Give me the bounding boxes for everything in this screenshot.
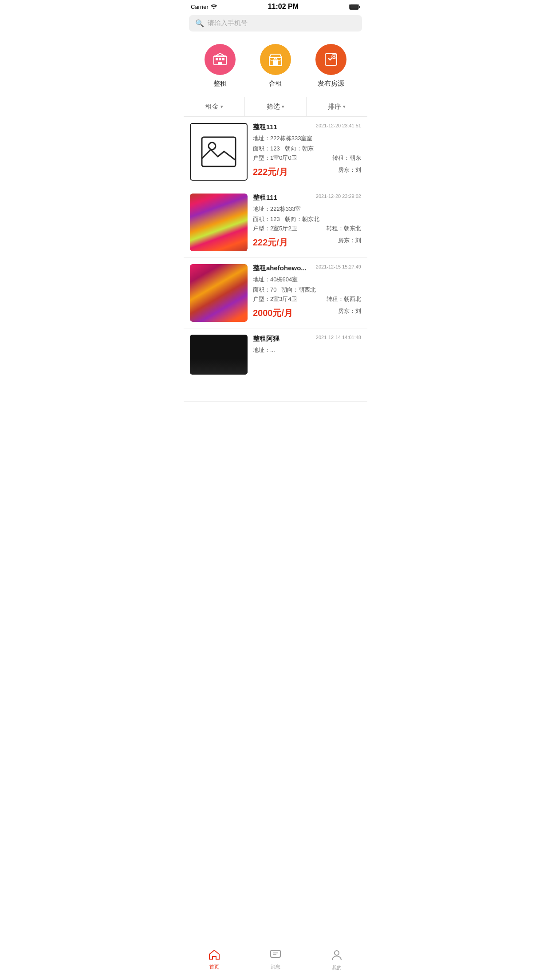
listing-layout-1: 户型：1室0厅0卫 <box>253 154 297 162</box>
listing-price-row-3: 2000元/月 房东：刘 <box>253 304 361 319</box>
listing-item[interactable]: 整租ahefohewo... 2021-12-15 15:27:49 地址：40… <box>184 258 367 328</box>
listing-list: 整租111 2021-12-20 23:41:51 地址：222栋栋333室室 … <box>184 117 367 402</box>
search-placeholder: 请输入手机号 <box>208 19 248 28</box>
zhengzu-icon-circle <box>205 44 236 75</box>
listing-owner-3: 房东：刘 <box>338 307 361 319</box>
svg-rect-9 <box>213 56 227 57</box>
listing-address-2: 地址：222栋333室 <box>253 205 361 213</box>
listing-area-2: 面积：123 朝向：朝东北 <box>253 215 361 224</box>
chevron-rent: ▾ <box>220 104 223 110</box>
status-time: 11:02 PM <box>268 3 299 11</box>
chevron-sort: ▾ <box>343 104 346 110</box>
listing-title-2: 整租111 <box>253 194 277 202</box>
shop-icon <box>268 51 283 67</box>
filter-rent-label: 租金 <box>205 103 219 111</box>
listing-layout-3: 户型：2室3厅4卫 <box>253 295 297 303</box>
listing-date-3: 2021-12-15 15:27:49 <box>316 264 361 269</box>
listing-item[interactable]: 整租111 2021-12-20 23:29:02 地址：222栋333室 面积… <box>184 187 367 258</box>
action-fabu[interactable]: 发布房源 <box>315 44 346 88</box>
listing-layout-row-2: 户型：2室5厅2卫 转租：朝东北 <box>253 225 361 233</box>
listing-date-4: 2021-12-14 14:01:48 <box>316 335 361 340</box>
publish-icon <box>323 51 339 67</box>
filter-sort[interactable]: 排序 ▾ <box>307 97 367 116</box>
listing-address-3: 地址：40栋604室 <box>253 275 361 284</box>
listing-info-3: 整租ahefohewo... 2021-12-15 15:27:49 地址：40… <box>253 264 361 322</box>
wifi-icon <box>210 4 217 9</box>
listing-title-row-3: 整租ahefohewo... 2021-12-15 15:27:49 <box>253 264 361 273</box>
svg-rect-7 <box>222 58 224 60</box>
listing-title-row-4: 整租阿狸 2021-12-14 14:01:48 <box>253 335 361 343</box>
listing-date-1: 2021-12-20 23:41:51 <box>316 123 361 128</box>
svg-rect-8 <box>218 62 222 65</box>
listing-sublet-1: 转租：朝东 <box>332 154 361 162</box>
battery-icon <box>349 4 360 10</box>
carrier-label: Carrier <box>191 4 209 10</box>
zhengzu-label: 整租 <box>213 79 227 88</box>
filter-bar: 租金 ▾ 筛选 ▾ 排序 ▾ <box>184 97 367 117</box>
listing-item[interactable]: 整租阿狸 2021-12-14 14:01:48 地址：... <box>184 328 367 402</box>
listing-price-row-1: 222元/月 房东：刘 <box>253 163 361 178</box>
hezu-icon-circle <box>260 44 291 75</box>
listing-title-3: 整租ahefohewo... <box>253 264 307 273</box>
listing-title-row-2: 整租111 2021-12-20 23:29:02 <box>253 194 361 202</box>
quick-actions: 整租 合租 发布房源 <box>184 37 367 97</box>
listing-price-1: 222元/月 <box>253 166 288 178</box>
fabu-icon-circle <box>315 44 346 75</box>
fabu-label: 发布房源 <box>318 79 344 88</box>
hezu-label: 合租 <box>269 79 282 88</box>
listing-title-row-1: 整租111 2021-12-20 23:41:51 <box>253 123 361 131</box>
listing-layout-2: 户型：2室5厅2卫 <box>253 225 297 233</box>
listing-sublet-3: 转租：朝西北 <box>327 295 361 303</box>
listing-thumbnail-1 <box>190 123 248 181</box>
svg-rect-3 <box>350 4 358 9</box>
listing-sublet-2: 转租：朝东北 <box>327 225 361 233</box>
svg-point-18 <box>209 142 216 150</box>
search-icon: 🔍 <box>195 19 204 28</box>
svg-rect-5 <box>216 58 218 60</box>
listing-info-4: 整租阿狸 2021-12-14 14:01:48 地址：... <box>253 335 361 375</box>
svg-rect-6 <box>219 58 221 60</box>
svg-rect-17 <box>202 137 236 166</box>
listing-info-2: 整租111 2021-12-20 23:29:02 地址：222栋333室 面积… <box>253 194 361 251</box>
filter-sort-label: 排序 <box>328 103 341 111</box>
listing-area-3: 面积：70 朝向：朝西北 <box>253 285 361 294</box>
building-icon <box>212 51 228 67</box>
filter-screen-label: 筛选 <box>267 103 280 111</box>
listing-price-3: 2000元/月 <box>253 307 293 319</box>
listing-info-1: 整租111 2021-12-20 23:41:51 地址：222栋栋333室室 … <box>253 123 361 181</box>
listing-thumbnail-3 <box>190 264 248 322</box>
listing-thumbnail-4 <box>190 335 248 375</box>
listing-layout-row-1: 户型：1室0厅0卫 转租：朝东 <box>253 154 361 162</box>
search-bar[interactable]: 🔍 请输入手机号 <box>189 15 362 32</box>
svg-point-0 <box>213 8 214 9</box>
listing-owner-1: 房东：刘 <box>338 166 361 178</box>
listing-address-1: 地址：222栋栋333室室 <box>253 134 361 143</box>
listing-thumbnail-2 <box>190 194 248 251</box>
chevron-screen: ▾ <box>282 104 284 110</box>
listing-owner-2: 房东：刘 <box>338 237 361 249</box>
listing-item[interactable]: 整租111 2021-12-20 23:41:51 地址：222栋栋333室室 … <box>184 117 367 187</box>
listing-area-1: 面积：123 朝向：朝东 <box>253 144 361 153</box>
listing-layout-row-3: 户型：2室3厅4卫 转租：朝西北 <box>253 295 361 303</box>
filter-screen[interactable]: 筛选 ▾ <box>245 97 306 116</box>
placeholder-image-icon <box>201 136 236 167</box>
listing-title-4: 整租阿狸 <box>253 335 279 343</box>
action-zhengzu[interactable]: 整租 <box>205 44 236 88</box>
listing-price-row-2: 222元/月 房东：刘 <box>253 234 361 249</box>
action-hezu[interactable]: 合租 <box>260 44 291 88</box>
listing-price-2: 222元/月 <box>253 237 288 249</box>
filter-rent[interactable]: 租金 ▾ <box>184 97 245 116</box>
status-bar: Carrier 11:02 PM <box>184 0 367 12</box>
status-right <box>349 4 360 10</box>
listing-address-4: 地址：... <box>253 346 361 355</box>
svg-rect-2 <box>359 6 360 8</box>
status-left: Carrier <box>191 4 217 10</box>
listing-date-2: 2021-12-20 23:29:02 <box>316 194 361 199</box>
listing-title-1: 整租111 <box>253 123 277 131</box>
